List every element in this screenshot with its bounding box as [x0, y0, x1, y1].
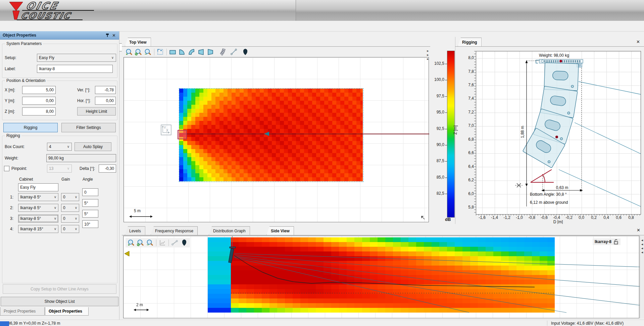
- zoom-window-icon[interactable]: [134, 48, 143, 56]
- top-view-canvas[interactable]: YX 5 m: [123, 57, 429, 222]
- zoom-in-icon[interactable]: +: [127, 238, 136, 247]
- cabinet-select-3[interactable]: Ikarray-8 5°∨: [18, 215, 58, 223]
- rigging-y-tick: 6,0: [461, 191, 474, 196]
- area-rectangle-tool-icon[interactable]: [168, 48, 177, 56]
- angle-input-4[interactable]: 10°: [82, 220, 98, 228]
- auto-splay-button[interactable]: Auto Splay: [75, 142, 111, 151]
- rigging-button[interactable]: Rigging: [3, 123, 58, 132]
- angle-input-1[interactable]: 0: [82, 188, 98, 196]
- group-legend: Position & Orientation: [5, 78, 47, 83]
- chevron-down-icon: ∨: [54, 225, 56, 233]
- tab-distribution-graph[interactable]: Distribution Graph: [209, 226, 250, 235]
- pinpoint-checkbox[interactable]: [4, 166, 9, 171]
- zoom-out-icon[interactable]: −: [144, 48, 152, 56]
- rigging-x-tick: -0,2: [563, 215, 575, 220]
- audience-area-outline[interactable]: [179, 88, 363, 182]
- area-trapezoid-right-tool-icon[interactable]: [206, 48, 215, 56]
- z-input[interactable]: 8,00: [22, 107, 56, 115]
- show-object-list-button[interactable]: Show Object List: [1, 297, 118, 306]
- rigging-y-tick: 8,0: [461, 55, 474, 60]
- setup-select[interactable]: Easy Fly ∨: [37, 54, 116, 62]
- tab-frequency-response[interactable]: Frequency Response: [151, 226, 198, 235]
- side-view-overlay: [123, 236, 640, 319]
- pin-icon[interactable]: [105, 33, 110, 38]
- y-input[interactable]: 0,00: [22, 97, 56, 105]
- angle-input-3[interactable]: 5°: [82, 210, 98, 218]
- unlock-icon: [613, 239, 618, 244]
- collapse-handle[interactable]: ▶▶▶: [426, 49, 430, 61]
- close-icon[interactable]: ✕: [636, 39, 640, 44]
- colorbar-tick-label: 100,0: [431, 77, 444, 82]
- colorbar-tick-label: 85,0: [431, 175, 444, 180]
- area-quarter-circle-tool-icon[interactable]: [178, 48, 187, 56]
- hor-input[interactable]: 0,00: [95, 97, 116, 105]
- area-arc-band-tool-icon[interactable]: [187, 48, 196, 56]
- line-array-source-marker[interactable]: [178, 130, 187, 139]
- zoom-in-icon[interactable]: +: [125, 48, 134, 56]
- colorbar-unit: dB: [445, 217, 454, 222]
- ver-input[interactable]: -0,78: [95, 86, 116, 94]
- x-input[interactable]: 5,00: [22, 86, 56, 94]
- tab-top-view[interactable]: Top View: [125, 38, 151, 46]
- panel-title: Object Properties: [3, 33, 36, 38]
- delta-input[interactable]: -0,30: [99, 165, 116, 173]
- point-source-tool-icon[interactable]: [241, 48, 250, 56]
- svg-text:Y: Y: [164, 126, 166, 130]
- gain-select-1[interactable]: 0∨: [61, 193, 79, 201]
- rigging-x-tick: -1,0: [514, 215, 525, 220]
- floor-plan-icon[interactable]: [156, 48, 165, 56]
- colorbar-tick-label: 82,5: [431, 191, 444, 196]
- box-count-select[interactable]: 4 ∨: [47, 143, 72, 151]
- input-voltage-status: Input Voltage: 41,6 dBV (Max: 41,6 dBV): [551, 321, 624, 326]
- close-icon[interactable]: ✕: [637, 228, 640, 233]
- colorbar-tick-mark: [445, 178, 447, 178]
- chevron-down-icon: ∨: [75, 225, 77, 233]
- copy-setup-button: Copy Setup to Other Line Arrays: [3, 284, 116, 294]
- tab-levels[interactable]: Levels: [125, 226, 145, 235]
- zoom-out-icon[interactable]: −: [146, 238, 154, 247]
- cabinet-select-1[interactable]: Ikarray-8 5°∨: [18, 193, 58, 201]
- side-view-canvas[interactable]: + − Ikarray-8 2 m: [123, 236, 639, 318]
- group-legend: System Parameters: [5, 41, 43, 46]
- height-limit-button[interactable]: Height Limit: [77, 107, 116, 115]
- rigging-x-tick: -1,6: [477, 215, 488, 220]
- tab-rigging[interactable]: Rigging: [458, 38, 482, 46]
- rigging-y-tick: 6,2: [461, 178, 474, 182]
- rigging-y-tick: 6,6: [461, 150, 474, 155]
- cabinet-select-2[interactable]: Ikarray-8 5°∨: [18, 204, 58, 212]
- zoom-window-icon[interactable]: [136, 238, 145, 247]
- gain-select-2[interactable]: 0∨: [61, 204, 79, 212]
- cabinet-stack: [523, 63, 579, 168]
- rigging-x-tick: -1,2: [501, 215, 513, 220]
- side-panel-collapse-strip[interactable]: ◀◀◀◀: [640, 236, 644, 318]
- height-dimension: [526, 60, 528, 206]
- point-source-tool-icon[interactable]: [180, 238, 189, 247]
- array-label-badge[interactable]: Ikarray-8: [593, 238, 621, 245]
- listener-direction-marker[interactable]: [264, 132, 269, 136]
- close-icon[interactable]: ✕: [112, 31, 116, 40]
- pinpoint-marker-lower: [555, 136, 558, 138]
- label-input[interactable]: Ikarray-8: [37, 65, 113, 73]
- rigging-diagram: 1,88 m 0,63 m Weight: 98,00 kg Bottom An…: [476, 51, 641, 214]
- filter-settings-button[interactable]: Filter Settings: [61, 123, 116, 132]
- divider: [455, 46, 644, 47]
- measure-tool-icon[interactable]: [230, 48, 238, 56]
- colorbar-tick-mark: [445, 145, 447, 145]
- tab-side-view[interactable]: Side View: [266, 226, 294, 235]
- cabinet-select-4[interactable]: Ikarray-8 15°∨: [18, 225, 58, 233]
- angle-input-2[interactable]: 5°: [82, 199, 98, 207]
- colorbar-tick-label: 90,0: [431, 142, 444, 147]
- pan-back-arrow-icon[interactable]: [124, 251, 130, 257]
- gain-select-4[interactable]: 0∨: [61, 225, 79, 233]
- rigging-x-tick: 0,0: [576, 215, 587, 220]
- reset-view-icon[interactable]: [420, 215, 426, 221]
- area-trapezoid-left-tool-icon[interactable]: [197, 48, 205, 56]
- tab-object-properties[interactable]: Object Properties: [45, 307, 89, 316]
- ver-label: Ver. [°]:: [77, 88, 90, 92]
- gain-select-3[interactable]: 0∨: [61, 215, 79, 223]
- frame-field[interactable]: Easy Fly: [18, 183, 58, 191]
- top-view-toolbar: + −: [125, 47, 250, 57]
- tab-project-properties[interactable]: Project Properties: [0, 307, 45, 316]
- line-array-tool-icon[interactable]: [218, 48, 227, 56]
- rigging-x-tick: 0,6: [613, 215, 625, 220]
